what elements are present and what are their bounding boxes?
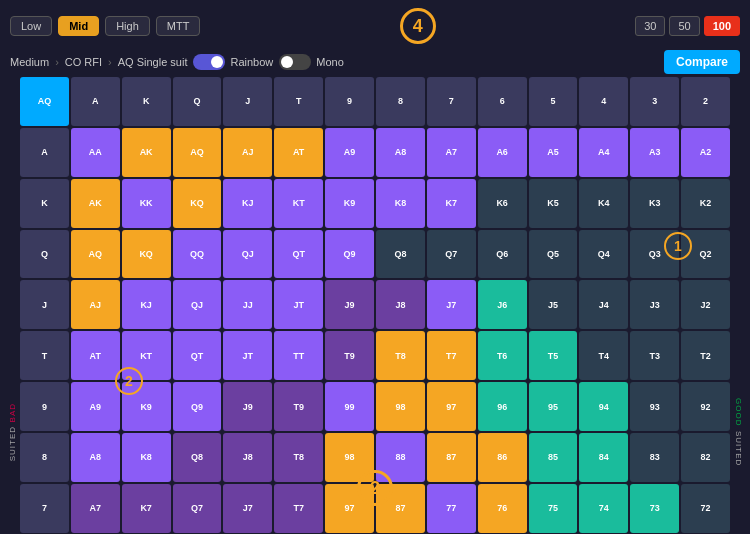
hand-cell-j3[interactable]: J3 [630, 280, 679, 329]
hand-cell-k6[interactable]: K6 [478, 179, 527, 228]
hand-cell-q4[interactable]: Q4 [579, 230, 628, 279]
hand-cell-75[interactable]: 75 [529, 484, 578, 533]
hand-cell-t8[interactable]: T8 [376, 331, 425, 380]
hand-cell-a4[interactable]: A4 [579, 128, 628, 177]
range-100[interactable]: 100 [704, 16, 740, 36]
hand-cell-j9[interactable]: J9 [325, 280, 374, 329]
hand-cell-95[interactable]: 95 [529, 382, 578, 431]
hand-cell-qj[interactable]: QJ [173, 280, 222, 329]
hand-cell-k9[interactable]: K9 [122, 382, 171, 431]
hand-cell-76[interactable]: 76 [478, 484, 527, 533]
hand-cell-72[interactable]: 72 [681, 484, 730, 533]
hand-cell-92[interactable]: 92 [681, 382, 730, 431]
hand-cell-q9[interactable]: Q9 [173, 382, 222, 431]
hand-cell-j7[interactable]: J7 [223, 484, 272, 533]
hand-cell-t6[interactable]: T6 [478, 331, 527, 380]
hand-cell-a8[interactable]: A8 [376, 128, 425, 177]
hand-cell-j7[interactable]: J7 [427, 280, 476, 329]
hand-cell-q2[interactable]: Q2 [681, 230, 730, 279]
filter-low[interactable]: Low [10, 16, 52, 36]
hand-cell-a9[interactable]: A9 [325, 128, 374, 177]
hand-cell-99[interactable]: 99 [325, 382, 374, 431]
hand-cell-a5[interactable]: A5 [529, 128, 578, 177]
hand-cell-kk[interactable]: KK [122, 179, 171, 228]
mono-toggle[interactable] [279, 54, 311, 70]
hand-cell-q3[interactable]: Q3 [630, 230, 679, 279]
hand-cell-k7[interactable]: K7 [427, 179, 476, 228]
hand-cell-q8[interactable]: Q8 [173, 433, 222, 482]
hand-cell-aj[interactable]: AJ [223, 128, 272, 177]
hand-cell-97[interactable]: 97 [427, 382, 476, 431]
hand-cell-jt[interactable]: JT [223, 331, 272, 380]
hand-cell-j8[interactable]: J8 [223, 433, 272, 482]
filter-mid[interactable]: Mid [58, 16, 99, 36]
hand-cell-j6[interactable]: J6 [478, 280, 527, 329]
hand-cell-t9[interactable]: T9 [274, 382, 323, 431]
hand-cell-qj[interactable]: QJ [223, 230, 272, 279]
hand-cell-qq[interactable]: QQ [173, 230, 222, 279]
hand-cell-a7[interactable]: A7 [427, 128, 476, 177]
hand-cell-j4[interactable]: J4 [579, 280, 628, 329]
hand-cell-jj[interactable]: JJ [223, 280, 272, 329]
hand-cell-j5[interactable]: J5 [529, 280, 578, 329]
hand-cell-73[interactable]: 73 [630, 484, 679, 533]
hand-cell-a7[interactable]: A7 [71, 484, 120, 533]
range-30[interactable]: 30 [635, 16, 665, 36]
hand-cell-t5[interactable]: T5 [529, 331, 578, 380]
hand-cell-k4[interactable]: K4 [579, 179, 628, 228]
hand-cell-a2[interactable]: A2 [681, 128, 730, 177]
hand-cell-87[interactable]: 87 [427, 433, 476, 482]
hand-cell-aj[interactable]: AJ [71, 280, 120, 329]
compare-button[interactable]: Compare [664, 50, 740, 74]
hand-cell-ak[interactable]: AK [122, 128, 171, 177]
hand-cell-t8[interactable]: T8 [274, 433, 323, 482]
hand-cell-jt[interactable]: JT [274, 280, 323, 329]
hand-cell-t2[interactable]: T2 [681, 331, 730, 380]
hand-cell-77[interactable]: 77 [427, 484, 476, 533]
hand-cell-qt[interactable]: QT [274, 230, 323, 279]
hand-cell-k2[interactable]: K2 [681, 179, 730, 228]
hand-cell-k8[interactable]: K8 [122, 433, 171, 482]
hand-cell-at[interactable]: AT [71, 331, 120, 380]
hand-cell-t4[interactable]: T4 [579, 331, 628, 380]
hand-cell-q9[interactable]: Q9 [325, 230, 374, 279]
hand-cell-k8[interactable]: K8 [376, 179, 425, 228]
hand-cell-kq[interactable]: KQ [122, 230, 171, 279]
hand-cell-kj[interactable]: KJ [223, 179, 272, 228]
hand-cell-q7[interactable]: Q7 [173, 484, 222, 533]
hand-cell-83[interactable]: 83 [630, 433, 679, 482]
hand-cell-t7[interactable]: T7 [274, 484, 323, 533]
range-50[interactable]: 50 [669, 16, 699, 36]
hand-cell-kj[interactable]: KJ [122, 280, 171, 329]
hand-cell-kt[interactable]: KT [122, 331, 171, 380]
hand-cell-t3[interactable]: T3 [630, 331, 679, 380]
hand-cell-98[interactable]: 98 [376, 382, 425, 431]
hand-cell-qt[interactable]: QT [173, 331, 222, 380]
hand-cell-94[interactable]: 94 [579, 382, 628, 431]
filter-high[interactable]: High [105, 16, 150, 36]
hand-cell-q7[interactable]: Q7 [427, 230, 476, 279]
hand-cell-a3[interactable]: A3 [630, 128, 679, 177]
hand-cell-at[interactable]: AT [274, 128, 323, 177]
hand-cell-j8[interactable]: J8 [376, 280, 425, 329]
hand-cell-q8[interactable]: Q8 [376, 230, 425, 279]
hand-cell-93[interactable]: 93 [630, 382, 679, 431]
hand-cell-j2[interactable]: J2 [681, 280, 730, 329]
hand-cell-85[interactable]: 85 [529, 433, 578, 482]
hand-cell-k9[interactable]: K9 [325, 179, 374, 228]
hand-cell-k3[interactable]: K3 [630, 179, 679, 228]
hand-cell-kt[interactable]: KT [274, 179, 323, 228]
hand-cell-74[interactable]: 74 [579, 484, 628, 533]
hand-cell-t7[interactable]: T7 [427, 331, 476, 380]
hand-cell-84[interactable]: 84 [579, 433, 628, 482]
hand-cell-a8[interactable]: A8 [71, 433, 120, 482]
hand-cell-t9[interactable]: T9 [325, 331, 374, 380]
hand-cell-aa[interactable]: AA [71, 128, 120, 177]
hand-cell-k7[interactable]: K7 [122, 484, 171, 533]
hand-cell-96[interactable]: 96 [478, 382, 527, 431]
rainbow-toggle[interactable] [193, 54, 225, 70]
hand-cell-ak[interactable]: AK [71, 179, 120, 228]
hand-cell-86[interactable]: 86 [478, 433, 527, 482]
hand-cell-82[interactable]: 82 [681, 433, 730, 482]
hand-cell-a9[interactable]: A9 [71, 382, 120, 431]
